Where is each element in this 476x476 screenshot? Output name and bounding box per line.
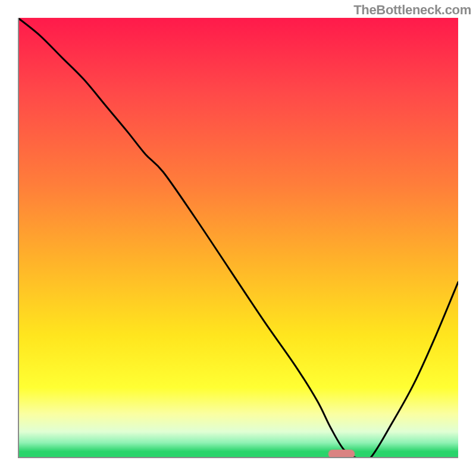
plot-area xyxy=(18,18,458,458)
x-axis xyxy=(18,457,458,458)
y-axis xyxy=(18,18,19,458)
bottleneck-curve xyxy=(18,18,458,458)
chart-container: TheBottleneck.com xyxy=(0,0,476,476)
watermark: TheBottleneck.com xyxy=(353,2,471,18)
curve-overlay xyxy=(18,18,458,458)
